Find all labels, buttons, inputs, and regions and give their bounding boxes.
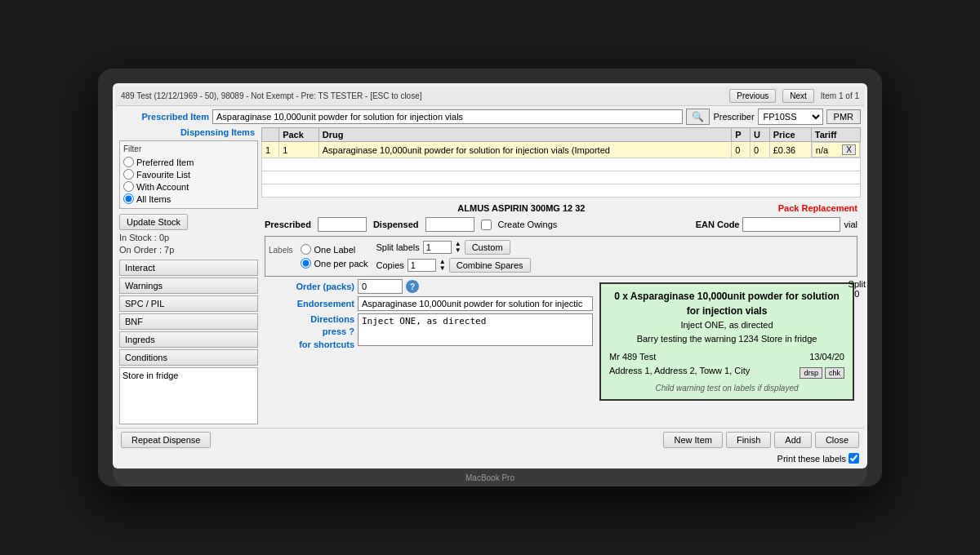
- ean-label: EAN Code: [696, 220, 740, 229]
- bnf-tab[interactable]: BNF: [119, 313, 258, 330]
- title-bar-right: Previous Next Item 1 of 1: [729, 89, 859, 103]
- copies-input[interactable]: [408, 259, 436, 272]
- split-labels-label: Split labels: [376, 242, 420, 252]
- finish-button[interactable]: Finish: [726, 432, 771, 448]
- filter-all[interactable]: All Items: [123, 193, 254, 205]
- remove-row-button[interactable]: X: [842, 144, 856, 155]
- one-label-option[interactable]: One Label: [301, 244, 368, 255]
- filter-account[interactable]: With Account: [123, 180, 254, 193]
- bottom-right-buttons: New Item Finish Add Close: [663, 432, 859, 448]
- ean-row: EAN Code vial: [564, 217, 858, 232]
- label-address: Address 1, Address 2, Toww 1, City: [609, 364, 750, 378]
- label-options: One Label One per pack: [301, 244, 368, 269]
- split-down-arrow[interactable]: ▼: [455, 247, 461, 254]
- dispensing-items-label: Dispensing Items: [119, 127, 258, 137]
- prescribed-item-input[interactable]: [212, 109, 683, 124]
- next-button[interactable]: Next: [782, 89, 814, 103]
- print-labels-checkbox[interactable]: [849, 453, 859, 464]
- table-row-empty-1: [262, 158, 861, 171]
- table-row-empty-2: [262, 171, 861, 184]
- cell-num: 1: [262, 142, 279, 158]
- table-row[interactable]: 1 1 Asparaginase 10,000unit powder for s…: [262, 142, 861, 158]
- laptop-model: MacBook Pro: [466, 473, 514, 482]
- label-preview-footer: Child warning test on labels if displaye…: [609, 382, 844, 394]
- pack-name: ALMUS ASPIRIN 300MG 12 32: [265, 203, 778, 213]
- print-labels-label[interactable]: Print these labels: [777, 453, 859, 464]
- info-icon: ?: [406, 280, 419, 293]
- filter-preferred[interactable]: Preferred Item: [123, 156, 254, 168]
- dispensing-items-table: Pack Drug P U Price Tariff 1 1: [261, 127, 861, 198]
- endorsement-input[interactable]: [358, 296, 593, 311]
- search-button[interactable]: 🔍: [686, 109, 710, 125]
- combine-spares-button[interactable]: Combine Spares: [449, 258, 531, 273]
- split-labels-input[interactable]: [423, 241, 452, 254]
- label-preview-title: 0 x Asparaginase 10,000unit powder for s…: [609, 289, 844, 318]
- bottom-main-area: Order (packs) ? Endorsement: [261, 279, 861, 404]
- endorsement-label: Endorsement: [265, 299, 354, 309]
- pmr-button[interactable]: PMR: [826, 109, 861, 124]
- drsp-chk-buttons: drsp chk: [800, 367, 844, 379]
- interact-content-area: Store in fridge: [119, 367, 258, 424]
- add-button[interactable]: Add: [774, 432, 812, 448]
- print-labels-text: Print these labels: [777, 454, 846, 464]
- new-item-button[interactable]: New Item: [663, 432, 722, 448]
- labels-title: Labels: [269, 246, 292, 255]
- title-bar: 489 Test (12/12/1969 - 50), 98089 - Not …: [116, 87, 864, 106]
- label-preview-section: 0 x Asparaginase 10,000unit powder for s…: [596, 279, 858, 404]
- one-label-text: One Label: [314, 245, 355, 255]
- interact-tab[interactable]: Interact: [119, 260, 258, 276]
- label-preview-directions: Inject ONE, as directed: [609, 318, 844, 332]
- cell-u: 0: [750, 142, 769, 158]
- split-labels-row: Split labels ▲ ▼ Custom: [376, 240, 531, 255]
- split-indicator: Split 0: [849, 279, 866, 299]
- ingreds-tab[interactable]: Ingreds: [119, 331, 258, 348]
- spc-pil-tab[interactable]: SPC / PIL: [119, 295, 258, 312]
- stock-on-order: On Order : 7p: [119, 245, 258, 255]
- update-stock-button[interactable]: Update Stock: [119, 214, 188, 230]
- order-endorsement-directions: Order (packs) ? Endorsement: [265, 279, 593, 404]
- table-row-empty-3: [262, 184, 861, 198]
- warnings-tab[interactable]: Warnings: [119, 278, 258, 294]
- left-column: Dispensing Items Filter Preferred Item F…: [119, 127, 258, 424]
- prescribed-qty-input[interactable]: [318, 217, 367, 232]
- label-preview-warning: Barry testing the warning 1234 Store in …: [609, 332, 844, 346]
- split-value: 0: [849, 289, 866, 299]
- col-pack: Pack: [279, 128, 319, 142]
- order-row: Order (packs) ?: [265, 279, 593, 294]
- filter-title: Filter: [123, 144, 254, 153]
- ean-input[interactable]: [742, 217, 840, 232]
- close-button[interactable]: Close: [815, 432, 859, 448]
- repeat-dispense-button[interactable]: Repeat Dispense: [121, 432, 211, 448]
- label-preview: 0 x Asparaginase 10,000unit powder for s…: [599, 282, 854, 401]
- custom-button[interactable]: Custom: [465, 240, 510, 255]
- chk-button[interactable]: chk: [825, 367, 844, 379]
- create-owings-checkbox[interactable]: [481, 220, 492, 230]
- split-label: Split: [849, 279, 866, 289]
- prescribed-dispensed-row: Prescribed Dispensed Create Owings EAN C…: [261, 215, 861, 233]
- directions-input[interactable]: Inject ONE, as directed: [358, 313, 593, 346]
- interact-content: Store in fridge: [122, 371, 178, 380]
- item-count: Item 1 of 1: [821, 91, 859, 100]
- copies-down-arrow[interactable]: ▼: [439, 265, 446, 272]
- prescriber-select[interactable]: FP10SS: [758, 109, 823, 125]
- order-label: Order (packs): [265, 282, 354, 291]
- order-input[interactable]: [358, 279, 403, 294]
- label-preview-right: 13/04/20 drsp chk: [800, 350, 844, 379]
- right-column: Pack Drug P U Price Tariff 1 1: [261, 127, 861, 424]
- drsp-button[interactable]: drsp: [800, 367, 822, 379]
- label-patient-name: Mr 489 Test: [609, 350, 750, 364]
- label-date: 13/04/20: [809, 350, 844, 364]
- prescriber-label: Prescriber: [713, 112, 754, 122]
- conditions-tab[interactable]: Conditions: [119, 349, 258, 366]
- one-per-pack-option[interactable]: One per pack: [301, 258, 368, 269]
- dispensed-qty-input[interactable]: [425, 217, 474, 232]
- filter-favourite[interactable]: Favourite List: [123, 168, 254, 180]
- pack-replacement-label: Pack Replacement: [778, 203, 858, 213]
- previous-button[interactable]: Previous: [729, 89, 776, 103]
- vial-label: vial: [844, 220, 858, 229]
- bottom-buttons-bar: Repeat Dispense New Item Finish Add Clos…: [116, 428, 864, 451]
- col-tariff: Tariff: [811, 128, 860, 142]
- print-labels-row: Print these labels: [116, 451, 864, 465]
- filter-box: Filter Preferred Item Favourite List Wit…: [119, 140, 258, 209]
- directions-label: Directionspress ?for shortcuts: [265, 313, 354, 351]
